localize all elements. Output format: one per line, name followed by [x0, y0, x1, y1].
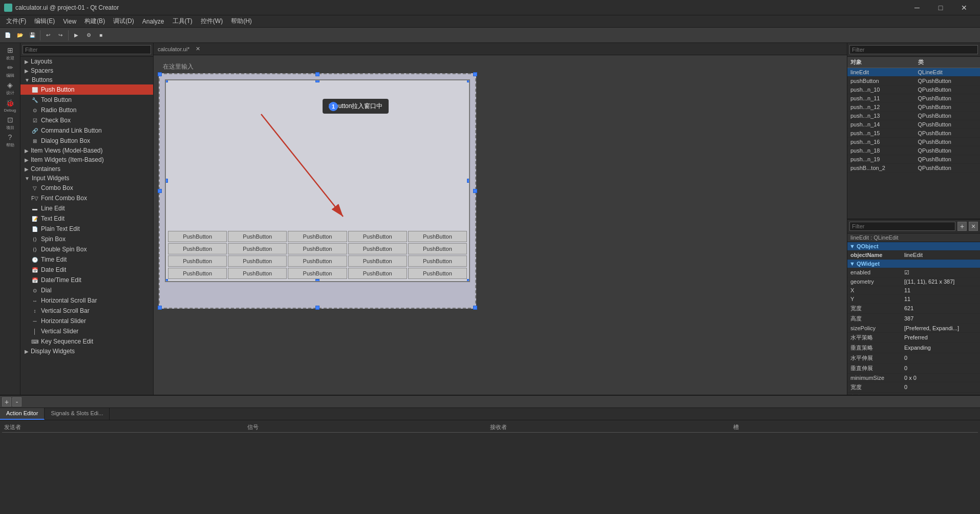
canvas-pushbutton-12[interactable]: PushButton	[288, 255, 347, 267]
widget-filter-input[interactable]	[23, 45, 151, 54]
canvas-pushbutton-8[interactable]: PushButton	[348, 243, 407, 254]
canvas-pushbutton-16[interactable]: PushButton	[228, 268, 287, 279]
object-row[interactable]: push...n_19QPushButton	[847, 155, 980, 164]
prop-row[interactable]: minimumSize0 x 0	[847, 373, 980, 382]
inner-handle-tm[interactable]	[315, 79, 319, 82]
object-row[interactable]: push...n_18QPushButton	[847, 146, 980, 155]
canvas-pushbutton-6[interactable]: PushButton	[228, 243, 287, 254]
canvas-widget[interactable]: PushButtonPushButtonPushButtonPushButton…	[159, 73, 476, 309]
sidebar-icon-welcome[interactable]: ⊞欢迎	[2, 45, 18, 61]
minimize-button[interactable]: ─	[905, 0, 929, 15]
prop-row[interactable]: objectNamelineEdit	[847, 250, 980, 259]
object-row[interactable]: push...n_11QPushButton	[847, 94, 980, 103]
sidebar-icon-debug[interactable]: 🐞Debug	[2, 97, 18, 114]
canvas-pushbutton-1[interactable]: PushButton	[228, 231, 287, 242]
menu-item-e[interactable]: 编辑(E)	[30, 16, 59, 27]
menu-item-t[interactable]: 工具(T)	[168, 16, 197, 27]
canvas-pushbutton-13[interactable]: PushButton	[348, 255, 407, 267]
canvas-pushbutton-15[interactable]: PushButton	[168, 268, 227, 279]
tree-group-itemwidgetsitembased[interactable]: ▶Item Widgets (Item-Based)	[20, 155, 153, 164]
maximize-button[interactable]: □	[929, 0, 952, 15]
tree-item-plaintextedit[interactable]: 📄Plain Text Edit	[20, 224, 153, 234]
tree-group-containers[interactable]: ▶Containers	[20, 164, 153, 174]
tree-item-textedit[interactable]: 📝Text Edit	[20, 213, 153, 224]
object-row[interactable]: push...n_13QPushButton	[847, 112, 980, 120]
prop-row[interactable]: Y11	[847, 294, 980, 303]
prop-remove-button[interactable]: ×	[969, 222, 978, 231]
menu-item-h[interactable]: 帮助(H)	[227, 16, 256, 27]
menu-item-w[interactable]: 控件(W)	[197, 16, 227, 27]
tree-item-dateedit[interactable]: 📅Date Edit	[20, 265, 153, 275]
tree-item-radiobutton[interactable]: ⊙Radio Button	[20, 105, 153, 115]
canvas-close-icon[interactable]: ✕	[196, 46, 200, 52]
sidebar-icon-help[interactable]: ?帮助	[2, 132, 18, 148]
tree-item-toolbutton[interactable]: 🔧Tool Button	[20, 95, 153, 105]
tree-group-buttons[interactable]: ▼Buttons	[20, 75, 153, 84]
inner-handle-tl[interactable]	[165, 79, 168, 82]
prop-row[interactable]: geometry[(11, 11), 621 x 387]	[847, 277, 980, 286]
sidebar-icon-design[interactable]: ◈设计	[2, 80, 18, 96]
sidebar-icon-project[interactable]: ⊡项目	[2, 115, 18, 131]
object-filter-input[interactable]	[849, 45, 978, 54]
tree-item-keysequenceedit[interactable]: ⌨Key Sequence Edit	[20, 336, 153, 347]
tree-item-spinbox[interactable]: ⟨⟩Spin Box	[20, 234, 153, 244]
object-row[interactable]: lineEditQLineEdit	[847, 68, 980, 77]
canvas-pushbutton-7[interactable]: PushButton	[288, 243, 347, 254]
prop-row[interactable]: X11	[847, 286, 980, 294]
handle-mr[interactable]	[473, 189, 477, 193]
object-row[interactable]: push...n_16QPushButton	[847, 138, 980, 146]
menu-item-b[interactable]: 构建(B)	[80, 16, 109, 27]
prop-add-button[interactable]: +	[957, 222, 967, 231]
tree-group-displaywidgets[interactable]: ▶Display Widgets	[20, 347, 153, 356]
handle-tl[interactable]	[158, 72, 162, 76]
handle-ml[interactable]	[158, 189, 162, 193]
handle-tm[interactable]	[315, 72, 319, 76]
sidebar-icon-edit[interactable]: ✏编辑	[2, 62, 18, 79]
tree-group-layouts[interactable]: ▶Layouts	[20, 57, 153, 66]
redo-button[interactable]: ↪	[55, 30, 66, 41]
signal-remove-button[interactable]: -	[12, 397, 22, 406]
tree-item-fontcombobox[interactable]: F▽Font Combo Box	[20, 193, 153, 203]
tree-group-inputwidgets[interactable]: ▼Input Widgets	[20, 174, 153, 183]
canvas-pushbutton-4[interactable]: PushButton	[408, 231, 467, 242]
tree-item-timeedit[interactable]: 🕐Time Edit	[20, 254, 153, 265]
prop-row[interactable]: 高度0	[847, 392, 980, 395]
prop-row[interactable]: 水平伸展0	[847, 353, 980, 363]
tree-item-dial[interactable]: ⊙Dial	[20, 285, 153, 295]
debug-run-button[interactable]: ⚙	[83, 30, 94, 41]
menu-item-view[interactable]: View	[59, 17, 80, 26]
close-button[interactable]: ✕	[952, 0, 976, 15]
tree-item-datetimeedit[interactable]: 📅Date/Time Edit	[20, 275, 153, 285]
canvas-pushbutton-0[interactable]: PushButton	[168, 231, 227, 242]
object-row[interactable]: push...n_12QPushButton	[847, 103, 980, 112]
object-row[interactable]: push...n_10QPushButton	[847, 85, 980, 94]
tree-item-pushbutton[interactable]: ⬜Push Button	[20, 84, 153, 95]
object-row[interactable]: push...n_14QPushButton	[847, 120, 980, 129]
canvas-pushbutton-3[interactable]: PushButton	[348, 231, 407, 242]
object-row[interactable]: pushB...ton_2QPushButton	[847, 164, 980, 173]
tree-item-verticalscrollbar[interactable]: ↕Vertical Scroll Bar	[20, 306, 153, 316]
tree-item-lineedit[interactable]: ▬Line Edit	[20, 203, 153, 213]
prop-row[interactable]: 宽度621	[847, 303, 980, 313]
prop-row[interactable]: 宽度0	[847, 382, 980, 392]
prop-row[interactable]: 垂直策略Expanding	[847, 342, 980, 353]
prop-row[interactable]: enabled☑	[847, 268, 980, 277]
prop-row[interactable]: sizePolicy[Preferred, Expandi...]	[847, 324, 980, 332]
menu-item-f[interactable]: 文件(F)	[2, 16, 30, 27]
save-button[interactable]: 💾	[27, 30, 38, 41]
canvas-tab[interactable]: calculator.ui*	[156, 46, 191, 52]
open-button[interactable]: 📂	[14, 30, 26, 41]
canvas-pushbutton-19[interactable]: PushButton	[408, 268, 467, 279]
tree-item-commandlinkbutton[interactable]: 🔗Command Link Button	[20, 125, 153, 136]
tree-item-verticalslider[interactable]: │Vertical Slider	[20, 326, 153, 336]
handle-tr[interactable]	[473, 72, 477, 76]
canvas-pushbutton-11[interactable]: PushButton	[228, 255, 287, 267]
canvas-pushbutton-17[interactable]: PushButton	[288, 268, 347, 279]
canvas-pushbutton-10[interactable]: PushButton	[168, 255, 227, 267]
stop-button[interactable]: ■	[95, 30, 106, 41]
handle-br[interactable]	[473, 306, 477, 310]
inner-handle-mr[interactable]	[467, 179, 470, 183]
tree-item-dialogbuttonbox[interactable]: ⊞Dialog Button Box	[20, 136, 153, 146]
canvas-pushbutton-18[interactable]: PushButton	[348, 268, 407, 279]
undo-button[interactable]: ↩	[42, 30, 54, 41]
